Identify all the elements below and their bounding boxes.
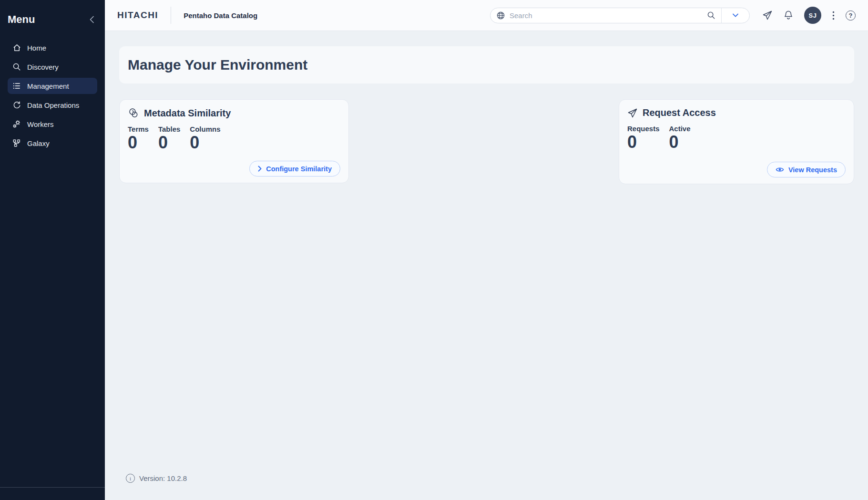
gears-icon <box>12 119 21 129</box>
stat-value: 0 <box>190 134 220 152</box>
card-footer: View Requests <box>627 162 846 177</box>
version-label: Version: 10.2.8 <box>139 474 187 482</box>
app-title: Pentaho Data Catalog <box>184 11 257 20</box>
topbar-actions: SJ ? <box>762 7 856 24</box>
refresh-icon <box>12 100 21 110</box>
stat-requests: Requests 0 <box>627 125 660 151</box>
help-icon[interactable]: ? <box>846 10 856 21</box>
kebab-menu-icon[interactable] <box>832 11 835 20</box>
page-title-banner: Manage Your Environment <box>119 46 854 83</box>
stat-label: Active <box>669 125 691 133</box>
page-title: Manage Your Environment <box>128 57 307 73</box>
sidebar-spacer <box>0 153 105 487</box>
search-icon <box>12 62 21 72</box>
top-bar: HITACHI Pentaho Data Catalog <box>105 0 868 31</box>
sidebar-item-home[interactable]: Home <box>8 40 97 56</box>
sidebar-item-management[interactable]: Management <box>8 78 97 94</box>
stat-value: 0 <box>128 134 149 152</box>
globe-icon <box>496 11 505 20</box>
send-icon[interactable] <box>762 10 773 21</box>
stat-value: 0 <box>158 134 180 152</box>
card-header: Request Access <box>627 107 846 118</box>
search-input[interactable] <box>510 11 701 20</box>
magnifier-icon <box>707 11 715 20</box>
stat-label: Columns <box>190 125 220 133</box>
request-access-card: Request Access Requests 0 Active 0 <box>619 99 854 184</box>
stat-value: 0 <box>669 133 691 151</box>
stat-terms: Terms 0 <box>128 125 149 152</box>
eye-icon <box>776 167 784 173</box>
card-footer: Configure Similarity <box>128 161 340 177</box>
info-icon: i <box>126 474 135 483</box>
home-icon <box>12 43 21 52</box>
sidebar-collapse-button[interactable] <box>88 14 96 25</box>
cards-row: Metadata Similarity Terms 0 Tables 0 Col… <box>119 99 854 184</box>
sidebar-nav: Home Discovery Management Data Operation… <box>0 38 105 153</box>
main-area: HITACHI Pentaho Data Catalog <box>105 0 868 500</box>
chevron-right-icon <box>258 166 262 172</box>
view-requests-button[interactable]: View Requests <box>767 162 846 177</box>
version-info: i Version: 10.2.8 <box>126 474 187 483</box>
sidebar-item-workers[interactable]: Workers <box>8 116 97 132</box>
stat-label: Tables <box>158 125 180 133</box>
stat-tables: Tables 0 <box>158 125 180 152</box>
search-submit-button[interactable] <box>701 8 721 23</box>
card-title: Metadata Similarity <box>144 108 231 119</box>
button-label: Configure Similarity <box>266 165 332 173</box>
stat-label: Terms <box>128 125 149 133</box>
chevron-down-icon <box>733 13 738 17</box>
sidebar-item-label: Workers <box>27 120 54 128</box>
stat-active: Active 0 <box>669 125 691 151</box>
sidebar-footer <box>0 487 105 500</box>
avatar[interactable]: SJ <box>804 7 821 24</box>
card-title: Request Access <box>643 107 716 118</box>
sidebar-item-label: Discovery <box>27 63 59 71</box>
bell-icon[interactable] <box>784 10 793 21</box>
stats-row: Terms 0 Tables 0 Columns 0 <box>128 125 340 152</box>
chevron-left-icon <box>90 16 94 23</box>
sidebar-header: Menu <box>0 0 105 38</box>
sidebar-item-data-operations[interactable]: Data Operations <box>8 97 97 113</box>
sidebar-item-discovery[interactable]: Discovery <box>8 59 97 75</box>
configure-similarity-button[interactable]: Configure Similarity <box>249 161 340 177</box>
sidebar-item-galaxy[interactable]: Galaxy <box>8 135 97 151</box>
menu-title: Menu <box>8 13 35 26</box>
sidebar-item-label: Management <box>27 82 69 90</box>
hitachi-logo: HITACHI <box>117 10 158 21</box>
search-bar <box>490 8 750 23</box>
metadata-similarity-card: Metadata Similarity Terms 0 Tables 0 Col… <box>119 99 349 183</box>
hierarchy-icon <box>12 138 21 148</box>
sidebar-item-label: Galaxy <box>27 139 50 147</box>
sidebar: Menu Home Discovery Management <box>0 0 105 500</box>
header-divider <box>171 7 171 24</box>
button-label: View Requests <box>788 166 837 174</box>
card-header: Metadata Similarity <box>128 107 340 119</box>
list-icon <box>12 81 21 91</box>
venn-circles-icon <box>128 107 139 119</box>
stat-value: 0 <box>627 133 660 151</box>
stat-label: Requests <box>627 125 660 133</box>
stats-row: Requests 0 Active 0 <box>627 125 846 151</box>
sidebar-item-label: Data Operations <box>27 101 79 109</box>
stat-columns: Columns 0 <box>190 125 220 152</box>
sidebar-item-label: Home <box>27 44 46 52</box>
content-area: Manage Your Environment Metadata Similar… <box>105 31 868 500</box>
search-scope-dropdown[interactable] <box>722 8 749 23</box>
paper-plane-icon <box>627 108 638 118</box>
